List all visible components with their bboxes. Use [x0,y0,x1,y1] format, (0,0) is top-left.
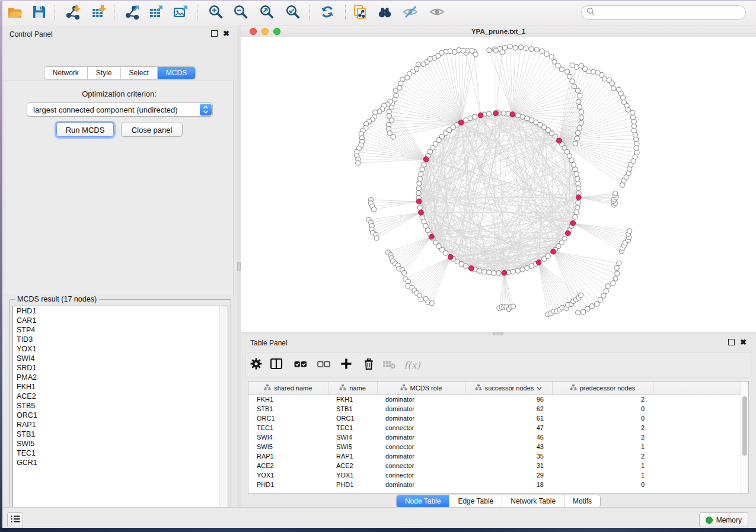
tab-select[interactable]: Select [120,67,157,79]
mcds-result-item[interactable]: GCR1 [13,458,228,467]
mcds-result-item[interactable]: FKH1 [13,382,228,392]
add-row-icon [339,357,353,373]
mcds-result-item[interactable]: ACE2 [13,392,228,401]
export-table-button[interactable] [146,3,166,23]
show-all-button[interactable] [427,3,447,23]
task-history-button[interactable] [7,512,23,527]
zoom-out-button[interactable] [231,3,251,23]
mcds-result-item[interactable]: SWI5 [13,439,228,448]
mcds-result-item[interactable]: PHD1 [13,306,228,316]
tab-node-table[interactable]: Node Table [397,495,449,507]
table-row[interactable]: STB1STB1dominator620 [248,404,742,414]
column-header-MCDS-role[interactable]: MCDS role [377,382,465,395]
maximize-window-icon[interactable] [273,28,280,35]
table-row[interactable]: PHD1PHD1dominator180 [248,480,742,489]
table-row[interactable]: TEC1TEC1connector472 [248,423,742,432]
add-row-button[interactable] [337,356,355,374]
tab-style[interactable]: Style [87,67,120,79]
zoom-in-button[interactable] [206,3,226,23]
export-network-icon [124,4,141,23]
control-panel: Control Panel ✖ NetworkStyleSelectMCDS O… [2,25,237,507]
mcds-result-item[interactable]: TEC1 [13,448,228,458]
apply-layout-button[interactable] [317,3,337,23]
split-view-button[interactable] [267,356,285,374]
close-panel-button[interactable]: Close panel [121,123,183,137]
mcds-list-scrollbar[interactable] [219,306,228,520]
memory-button[interactable]: Memory [699,512,748,527]
table-row[interactable]: SWI4SWI4dominator462 [248,432,742,442]
tab-edge-table[interactable]: Edge Table [449,495,502,507]
toolbar-separator [310,5,310,21]
table-scrollbar[interactable] [741,382,748,493]
import-network-icon [65,4,81,23]
table-row[interactable]: SWI5SWI5connector431 [248,442,742,451]
search-input[interactable] [598,8,745,17]
table-row[interactable]: RAP1RAP1dominator352 [248,451,742,461]
zoom-fit-icon [259,4,275,23]
select-all-button[interactable] [292,356,310,374]
network-canvas[interactable] [241,37,756,332]
float-table-panel-icon[interactable] [728,339,735,345]
column-header-name[interactable]: name [328,382,377,395]
mcds-result-item[interactable]: CAR1 [13,316,228,325]
table-row[interactable]: ACE2ACE2connector311 [248,461,742,470]
mcds-result-item[interactable]: STP4 [13,325,228,335]
delete-table-button [380,356,398,374]
mcds-result-item[interactable]: STB5 [13,401,228,411]
open-folder-button[interactable] [5,3,25,23]
import-table-button[interactable] [88,3,109,23]
mcds-panel: Optimization criterion: largest connecte… [5,81,234,296]
network-from-selection-button[interactable] [350,3,370,23]
close-table-panel-icon[interactable]: ✖ [740,339,747,345]
close-panel-icon[interactable]: ✖ [223,31,229,36]
column-header-successor-nodes[interactable]: successor nodes [465,382,552,395]
mcds-result-item[interactable]: SRD1 [13,363,228,373]
tab-motifs[interactable]: Motifs [564,495,600,507]
attribute-icon [339,384,346,392]
run-mcds-button[interactable]: Run MCDS [56,123,114,137]
first-neighbors-button[interactable] [375,3,395,23]
float-panel-icon[interactable] [211,30,218,37]
mcds-result-item[interactable]: ORC1 [13,411,228,420]
table-row[interactable]: FKH1FKH1dominator962 [248,395,742,405]
delete-row-button[interactable] [360,356,378,374]
table-row[interactable]: ORC1ORC1dominator610 [248,414,742,423]
minimize-window-icon[interactable] [261,28,269,35]
attribute-icon [570,384,577,392]
control-panel-tabs: NetworkStyleSelectMCDS [44,66,196,79]
criterion-value: largest connected component (undirected) [27,105,200,114]
zoom-selected-button[interactable] [283,3,303,23]
cytoscape-window: Control Panel ✖ NetworkStyleSelectMCDS O… [2,1,756,527]
mcds-result-item[interactable]: SWI4 [13,354,228,363]
gear-button[interactable] [247,356,265,374]
zoom-fit-button[interactable] [257,3,277,23]
criterion-dropdown[interactable]: largest connected component (undirected) [27,102,213,117]
mcds-result-item[interactable]: PMA2 [13,373,228,382]
mcds-result-title: MCDS result (17 nodes) [15,295,99,303]
mcds-result-item[interactable]: STB1 [13,430,228,439]
mcds-result-item[interactable]: RAP1 [13,420,228,430]
column-header-predecessor-nodes[interactable]: predecessor nodes [552,382,653,395]
mcds-result-item[interactable]: TID3 [13,335,228,344]
tab-network[interactable]: Network [44,67,87,79]
table-row[interactable]: YOX1YOX1connector291 [248,470,742,480]
export-image-button[interactable] [171,3,191,23]
import-network-button[interactable] [63,3,83,23]
close-window-icon[interactable] [250,28,257,35]
function-icon: f(x) [404,360,420,371]
save-button[interactable] [29,3,49,23]
export-network-button[interactable] [122,3,142,23]
table-scrollbar-thumb[interactable] [742,396,747,456]
network-window-titlebar[interactable]: YPA_prune.txt_1 [241,25,756,38]
table-header-row: shared namenameMCDS rolesuccessor nodesp… [248,382,742,395]
gear-icon [249,357,263,373]
tab-mcds[interactable]: MCDS [157,67,195,79]
deselect-all-button[interactable] [315,356,333,374]
mcds-result-item[interactable]: YOX1 [13,344,228,354]
hide-selected-button[interactable] [400,3,420,23]
tab-network-table[interactable]: Network Table [502,495,564,507]
search-box[interactable] [581,5,746,20]
network-graph[interactable] [241,37,756,332]
first-neighbors-icon [377,4,393,23]
column-header-shared-name[interactable]: shared name [248,382,328,395]
